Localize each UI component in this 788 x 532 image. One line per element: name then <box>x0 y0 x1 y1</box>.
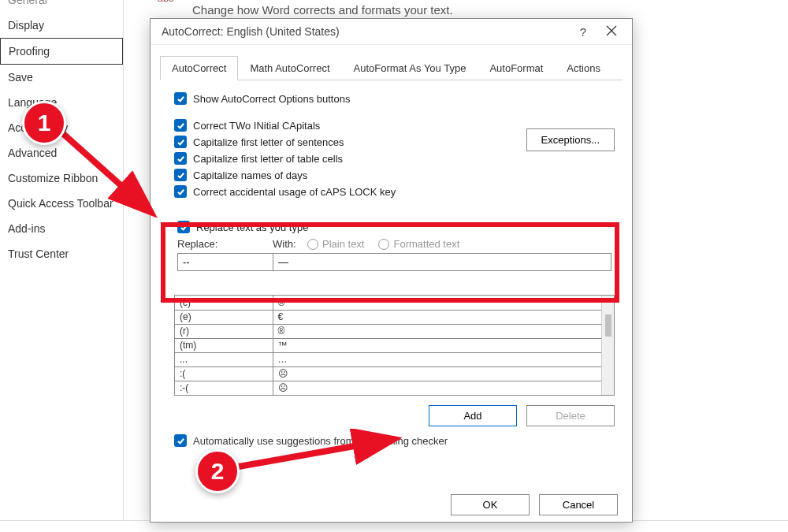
checkbox-names-days[interactable] <box>174 169 187 181</box>
label-spellcheck-suggest: Automatically use suggestions from the s… <box>193 435 448 447</box>
checkbox-first-cells[interactable] <box>174 152 187 165</box>
radio-formatted-text[interactable] <box>378 239 389 250</box>
sidebar-item-addins[interactable]: Add-ins <box>0 216 123 241</box>
tab-bar: AutoCorrect Math AutoCorrect AutoFormat … <box>160 56 623 80</box>
word-options-sidebar: General Display Proofing Save Language A… <box>0 0 124 520</box>
checkbox-show-options[interactable] <box>174 92 187 105</box>
add-button[interactable]: Add <box>429 405 517 426</box>
annotation-circle-2: 2 <box>195 449 240 493</box>
checkbox-caps-lock[interactable] <box>174 185 187 198</box>
tab-autocorrect[interactable]: AutoCorrect <box>160 56 238 80</box>
label-show-options: Show AutoCorrect Options buttons <box>193 93 350 105</box>
dialog-content: Show AutoCorrect Options buttons Correct… <box>151 80 632 447</box>
sidebar-item-proofing[interactable]: Proofing <box>0 38 123 65</box>
table-scrollbar[interactable] <box>601 296 614 395</box>
proofing-heading: Change how Word corrects and formats you… <box>192 3 453 17</box>
table-row[interactable]: (e)€ <box>175 310 601 324</box>
annotation-circle-1: 1 <box>22 101 66 145</box>
autocorrect-table: (c)© (e)€ (r)® (tm)™ ...… :(☹ :-(☹ <box>174 295 615 396</box>
exceptions-button[interactable]: Exceptions... <box>526 128 615 151</box>
sidebar-item-display[interactable]: Display <box>0 13 123 38</box>
table-row[interactable]: :-(☹ <box>175 381 601 395</box>
dialog-titlebar: AutoCorrect: English (United States) ? <box>151 19 632 45</box>
cancel-button[interactable]: Cancel <box>539 494 618 515</box>
sidebar-item-customize-ribbon[interactable]: Customize Ribbon <box>0 166 123 191</box>
label-plain-text: Plain text <box>322 238 364 250</box>
help-button[interactable]: ? <box>569 25 597 39</box>
replace-input[interactable] <box>177 253 273 271</box>
checkbox-spellcheck-suggest[interactable] <box>174 434 187 447</box>
delete-button[interactable]: Delete <box>526 405 615 426</box>
label-two-initial: Correct TWo INitial CApitals <box>193 120 320 132</box>
sidebar-item-general[interactable]: General <box>0 0 123 13</box>
sidebar-item-quick-access[interactable]: Quick Access Toolbar <box>0 191 123 216</box>
tab-autoformat[interactable]: AutoFormat <box>478 56 555 80</box>
scrollbar-thumb[interactable] <box>605 314 611 337</box>
ok-button[interactable]: OK <box>451 494 530 515</box>
label-first-cells: Capitalize first letter of table cells <box>193 153 343 165</box>
tab-math-autocorrect[interactable]: Math AutoCorrect <box>238 56 341 80</box>
abc-icon: abc <box>158 0 174 4</box>
label-first-sentence: Capitalize first letter of sentences <box>193 136 344 148</box>
label-caps-lock: Correct accidental usage of cAPS LOCK ke… <box>193 186 396 198</box>
table-row[interactable]: (tm)™ <box>175 338 601 352</box>
label-formatted-text: Formatted text <box>393 238 459 250</box>
checkbox-two-initial[interactable] <box>174 119 187 132</box>
replace-label: Replace: <box>177 238 273 250</box>
sidebar-item-save[interactable]: Save <box>0 65 123 90</box>
close-button[interactable] <box>597 25 626 39</box>
table-row[interactable]: (c)© <box>175 296 601 310</box>
table-row[interactable]: (r)® <box>175 324 601 338</box>
tab-actions[interactable]: Actions <box>555 56 612 80</box>
close-icon <box>606 25 617 36</box>
with-input[interactable] <box>273 253 611 271</box>
radio-plain-text[interactable] <box>307 239 318 250</box>
label-names-days: Capitalize names of days <box>193 169 307 181</box>
sidebar-item-advanced[interactable]: Advanced <box>0 140 123 166</box>
table-row[interactable]: :(☹ <box>175 366 601 381</box>
dialog-title: AutoCorrect: English (United States) <box>162 25 569 38</box>
table-row[interactable]: ...… <box>175 352 601 366</box>
checkbox-first-sentence[interactable] <box>174 136 187 148</box>
with-label: With: <box>273 238 307 250</box>
label-replace-as-type: Replace text as you type <box>196 221 308 233</box>
tab-autoformat-as-type[interactable]: AutoFormat As You Type <box>342 56 478 80</box>
checkbox-replace-as-type[interactable] <box>177 221 190 233</box>
autocorrect-dialog: AutoCorrect: English (United States) ? A… <box>150 18 633 523</box>
sidebar-item-trust-center[interactable]: Trust Center <box>0 241 123 266</box>
